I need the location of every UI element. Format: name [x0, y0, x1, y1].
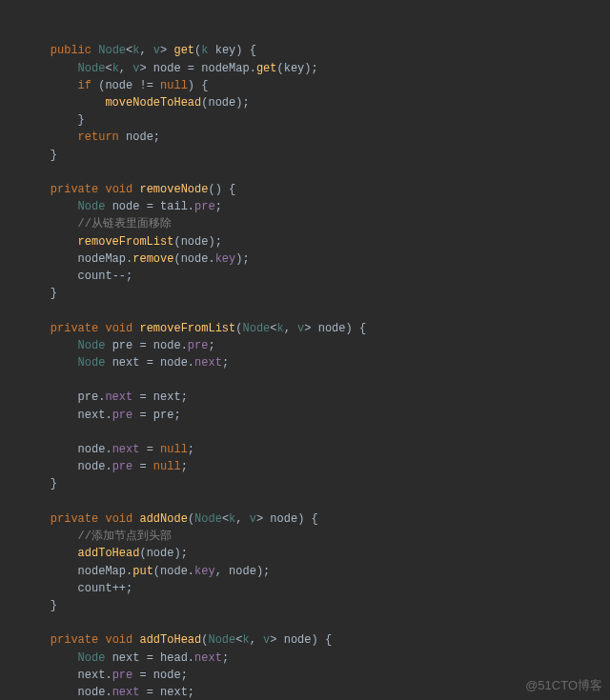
- token-var: pre: [194, 200, 215, 213]
- token-type: Node: [78, 62, 106, 75]
- token-var: next: [194, 356, 222, 370]
- token-id: nodeMap: [201, 62, 249, 75]
- token-id: node: [112, 200, 140, 213]
- token-id: node: [181, 235, 209, 249]
- code-line: node.pre = null;: [23, 458, 610, 475]
- code-line: [23, 164, 610, 181]
- token-id: node: [181, 252, 209, 266]
- code-line: }: [23, 147, 610, 164]
- token-id: node: [270, 512, 297, 526]
- token-fn: removeFromList: [139, 322, 235, 335]
- token-kw: if: [78, 79, 92, 92]
- code-line: pre.next = next;: [23, 389, 610, 406]
- token-id: node: [153, 62, 181, 75]
- code-line: [23, 614, 610, 631]
- token-id: pre: [112, 339, 133, 352]
- token-fn: removeFromList: [78, 235, 174, 249]
- token-type: v: [297, 322, 304, 335]
- token-kw: private: [51, 633, 98, 647]
- token-type: Node: [78, 651, 106, 665]
- code-line: Node<k, v> node = nodeMap.get(key);: [23, 60, 610, 77]
- token-kw: private: [51, 322, 98, 335]
- code-line: moveNodeToHead(node);: [23, 94, 610, 111]
- code-editor[interactable]: public Node<k, v> get(k key) { Node<k, v…: [0, 0, 610, 700]
- token-id: node: [208, 96, 235, 110]
- token-var: pre: [188, 339, 209, 352]
- code-line: //添加节点到头部: [23, 528, 610, 545]
- token-var: next: [194, 651, 222, 665]
- token-id: pre: [153, 409, 174, 422]
- token-id: node: [78, 460, 106, 473]
- code-line: if (node != null) {: [23, 77, 610, 94]
- code-line: }: [23, 111, 610, 129]
- code-line: }: [23, 597, 610, 614]
- token-kw: null: [153, 460, 181, 473]
- token-var: pre: [112, 409, 133, 422]
- token-id: next: [78, 669, 106, 682]
- code-line: nodeMap.put(node.key, node);: [23, 563, 610, 580]
- code-line: next.pre = pre;: [23, 407, 610, 424]
- token-id: node: [284, 633, 312, 647]
- token-kw: private: [51, 512, 98, 526]
- code-line: count++;: [23, 580, 610, 597]
- token-kw: null: [160, 443, 188, 456]
- token-id: node: [126, 130, 153, 144]
- token-id: key: [215, 44, 236, 57]
- token-id: node: [78, 686, 106, 699]
- token-id: node: [147, 547, 174, 560]
- token-id: head: [160, 651, 188, 665]
- token-fn: put: [132, 565, 153, 578]
- token-type: v: [263, 633, 270, 647]
- code-line: }: [23, 285, 610, 302]
- code-line: private void removeFromList(Node<k, v> n…: [23, 320, 610, 337]
- token-id: key: [284, 62, 305, 75]
- code-line: nodeMap.remove(node.key);: [23, 250, 610, 268]
- token-kw: return: [78, 130, 119, 144]
- token-id: node: [160, 356, 188, 370]
- token-type: k: [229, 512, 235, 526]
- token-fn: removeNode: [139, 183, 208, 196]
- code-line: Node next = head.next;: [23, 650, 610, 667]
- token-type: v: [132, 62, 139, 75]
- token-var: next: [112, 443, 140, 456]
- token-id: node: [153, 339, 181, 352]
- code-line: private void addNode(Node<k, v> node) {: [23, 510, 610, 528]
- token-type: k: [277, 322, 284, 335]
- code-line: [23, 424, 610, 441]
- code-line: node.next = null;: [23, 441, 610, 458]
- token-fn: get: [256, 62, 277, 75]
- code-line: [23, 302, 610, 319]
- code-line: public Node<k, v> get(k key) {: [23, 42, 610, 59]
- token-type: Node: [78, 200, 106, 213]
- token-id: next: [112, 356, 140, 370]
- token-id: node: [78, 443, 106, 456]
- token-type: Node: [194, 512, 222, 526]
- code-line: [23, 371, 610, 389]
- code-line: count--;: [23, 268, 610, 285]
- token-kw: null: [160, 79, 188, 92]
- token-id: next: [78, 409, 106, 422]
- token-var: pre: [112, 460, 133, 473]
- code-line: Node pre = node.pre;: [23, 337, 610, 354]
- token-fn: moveNodeToHead: [105, 96, 201, 110]
- token-fn: remove: [132, 252, 173, 266]
- token-id: count: [78, 270, 112, 283]
- code-line: node.next = next;: [23, 684, 610, 700]
- token-type: k: [201, 44, 208, 57]
- code-line: private void addToHead(Node<k, v> node) …: [23, 631, 610, 649]
- code-line: Node next = node.next;: [23, 354, 610, 371]
- token-kw: void: [105, 183, 132, 196]
- token-cmt: //从链表里面移除: [78, 217, 172, 230]
- token-kw: void: [105, 322, 132, 335]
- token-type: k: [132, 44, 139, 57]
- token-fn: addNode: [139, 512, 187, 526]
- token-type: v: [153, 44, 160, 57]
- token-type: Node: [242, 322, 270, 335]
- token-fn: addToHead: [78, 547, 140, 560]
- token-id: tail: [160, 200, 188, 213]
- token-fn: get: [173, 44, 194, 57]
- code-body: public Node<k, v> get(k key) { Node<k, v…: [23, 42, 610, 700]
- token-id: node: [160, 565, 188, 578]
- code-line: Node node = tail.pre;: [23, 198, 610, 215]
- token-type: Node: [78, 356, 106, 370]
